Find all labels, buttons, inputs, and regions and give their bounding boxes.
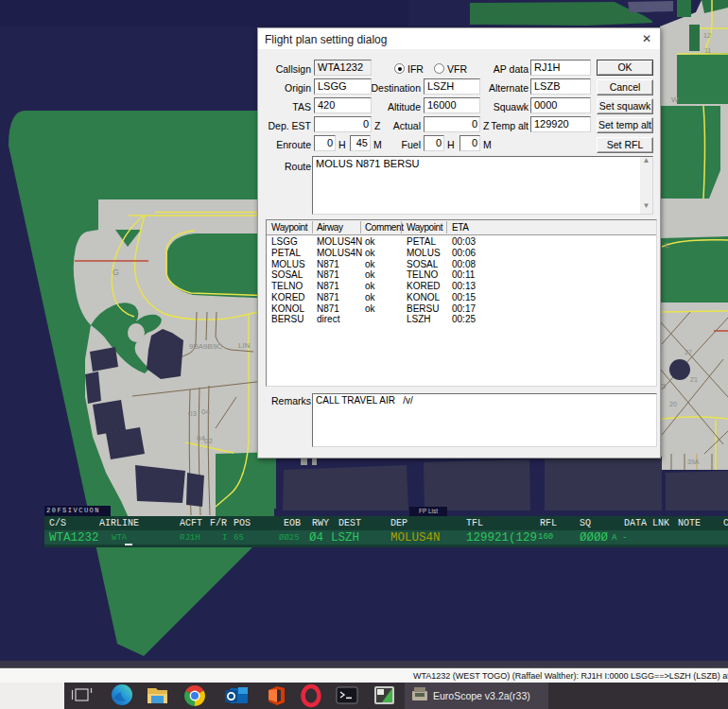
- svg-text:E: E: [665, 241, 669, 250]
- svg-text:21: 21: [690, 376, 698, 383]
- svg-text:12: 12: [703, 32, 711, 39]
- svg-text:W: W: [671, 95, 679, 104]
- svg-text:39A: 39A: [687, 458, 700, 465]
- svg-text:20: 20: [669, 401, 677, 407]
- svg-text:03: 03: [188, 409, 197, 418]
- svg-text:02: 02: [204, 437, 213, 445]
- svg-text:LIN: LIN: [238, 341, 251, 350]
- svg-text:27: 27: [685, 349, 692, 355]
- svg-text:9BA9B9C: 9BA9B9C: [189, 342, 222, 351]
- svg-text:G: G: [113, 268, 119, 277]
- svg-text:11: 11: [704, 47, 711, 54]
- svg-text:04: 04: [201, 407, 210, 416]
